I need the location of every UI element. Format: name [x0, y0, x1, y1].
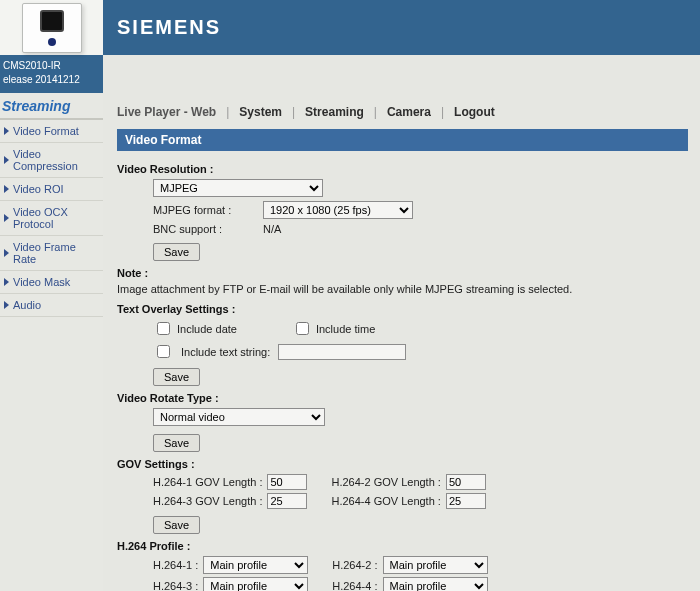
- device-release: elease 20141212: [3, 73, 98, 87]
- triangle-right-icon: [4, 214, 9, 222]
- nav-live-player[interactable]: Live Player - Web: [117, 105, 216, 119]
- sidebar-item-video-mask[interactable]: Video Mask: [0, 271, 103, 294]
- content-area: Live Player - Web | System | Streaming |…: [103, 93, 700, 591]
- gov-settings-label: GOV Settings :: [117, 458, 688, 470]
- bnc-support-label: BNC support :: [153, 223, 263, 235]
- nav-separator: |: [364, 105, 387, 119]
- camera-icon: [22, 3, 82, 53]
- sidebar-item-label: Video Compression: [13, 148, 100, 172]
- sidebar: Streaming Video Format Video Compression…: [0, 93, 103, 591]
- profile1-select[interactable]: Main profile: [203, 556, 308, 574]
- note-text: Image attachment by FTP or E-mail will b…: [117, 283, 688, 295]
- video-resolution-label: Video Resolution :: [117, 163, 688, 175]
- include-date-label: Include date: [177, 323, 237, 335]
- save-rotate-button[interactable]: Save: [153, 434, 200, 452]
- include-time-label: Include time: [316, 323, 375, 335]
- profile4-select[interactable]: Main profile: [383, 577, 488, 591]
- h264-profile-label: H.264 Profile :: [117, 540, 688, 552]
- save-gov-button[interactable]: Save: [153, 516, 200, 534]
- gov1-label: H.264-1 GOV Length :: [153, 476, 262, 488]
- nav-streaming[interactable]: Streaming: [305, 105, 364, 119]
- triangle-right-icon: [4, 127, 9, 135]
- include-date-checkbox[interactable]: [157, 322, 170, 335]
- device-thumbnail-cell: [0, 0, 103, 55]
- profile3-label: H.264-3 :: [153, 580, 198, 591]
- sidebar-item-label: Video Frame Rate: [13, 241, 100, 265]
- sidebar-item-label: Audio: [13, 299, 41, 311]
- nav-separator: |: [282, 105, 305, 119]
- rotate-type-select[interactable]: Normal video: [153, 408, 325, 426]
- top-nav: Live Player - Web | System | Streaming |…: [117, 99, 688, 129]
- sidebar-item-label: Video ROI: [13, 183, 64, 195]
- sidebar-item-video-compression[interactable]: Video Compression: [0, 143, 103, 178]
- sidebar-item-video-format[interactable]: Video Format: [0, 120, 103, 143]
- nav-camera[interactable]: Camera: [387, 105, 431, 119]
- brand-bar: SIEMENS: [0, 0, 700, 55]
- gov2-label: H.264-2 GOV Length :: [331, 476, 440, 488]
- mjpeg-format-label: MJPEG format :: [153, 204, 263, 216]
- include-text-label: Include text string:: [181, 346, 270, 358]
- sidebar-item-label: Video Format: [13, 125, 79, 137]
- text-overlay-label: Text Overlay Settings :: [117, 303, 688, 315]
- triangle-right-icon: [4, 249, 9, 257]
- triangle-right-icon: [4, 156, 9, 164]
- bnc-support-value: N/A: [263, 223, 281, 235]
- gov2-input[interactable]: [446, 474, 486, 490]
- section-header: Video Format: [117, 129, 688, 151]
- gov1-input[interactable]: [267, 474, 307, 490]
- nav-system[interactable]: System: [239, 105, 282, 119]
- device-model: CMS2010-IR: [3, 59, 98, 73]
- profile2-select[interactable]: Main profile: [383, 556, 488, 574]
- triangle-right-icon: [4, 278, 9, 286]
- gov3-label: H.264-3 GOV Length :: [153, 495, 262, 507]
- sidebar-item-video-roi[interactable]: Video ROI: [0, 178, 103, 201]
- gov4-label: H.264-4 GOV Length :: [331, 495, 440, 507]
- save-overlay-button[interactable]: Save: [153, 368, 200, 386]
- profile3-select[interactable]: Main profile: [203, 577, 308, 591]
- codec-select[interactable]: MJPEG: [153, 179, 323, 197]
- include-time-checkbox[interactable]: [296, 322, 309, 335]
- nav-separator: |: [431, 105, 454, 119]
- text-string-input[interactable]: [278, 344, 406, 360]
- nav-logout[interactable]: Logout: [454, 105, 495, 119]
- sidebar-item-label: Video OCX Protocol: [13, 206, 100, 230]
- sidebar-item-video-frame-rate[interactable]: Video Frame Rate: [0, 236, 103, 271]
- profile2-label: H.264-2 :: [332, 559, 377, 571]
- nav-separator: |: [216, 105, 239, 119]
- profile1-label: H.264-1 :: [153, 559, 198, 571]
- sidebar-item-video-ocx-protocol[interactable]: Video OCX Protocol: [0, 201, 103, 236]
- sidebar-item-audio[interactable]: Audio: [0, 294, 103, 317]
- note-label: Note :: [117, 267, 688, 279]
- triangle-right-icon: [4, 185, 9, 193]
- brand-logo: SIEMENS: [103, 0, 700, 55]
- gov4-input[interactable]: [446, 493, 486, 509]
- mjpeg-format-select[interactable]: 1920 x 1080 (25 fps): [263, 201, 413, 219]
- device-info-strip: CMS2010-IR elease 20141212: [0, 55, 700, 93]
- profile4-label: H.264-4 :: [332, 580, 377, 591]
- gov3-input[interactable]: [267, 493, 307, 509]
- triangle-right-icon: [4, 301, 9, 309]
- include-text-checkbox[interactable]: [157, 345, 170, 358]
- sidebar-item-label: Video Mask: [13, 276, 70, 288]
- video-rotate-label: Video Rotate Type :: [117, 392, 688, 404]
- save-resolution-button[interactable]: Save: [153, 243, 200, 261]
- sidebar-title: Streaming: [0, 95, 103, 120]
